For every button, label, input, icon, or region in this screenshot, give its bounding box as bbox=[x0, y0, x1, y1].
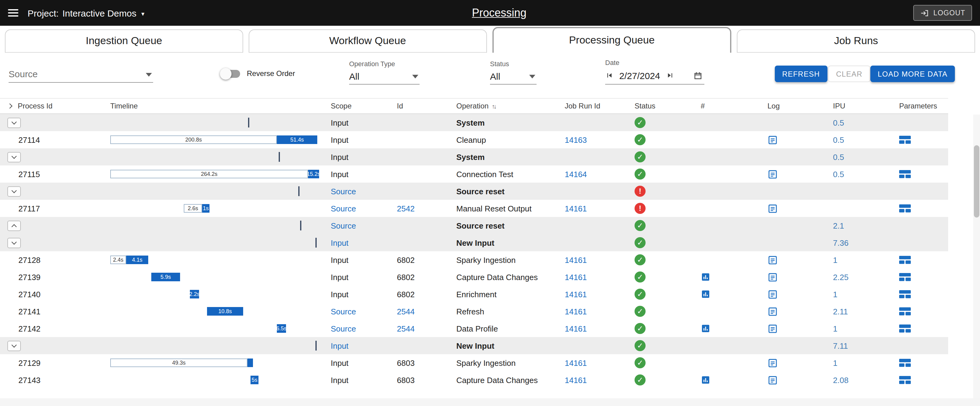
chart-icon[interactable] bbox=[701, 323, 711, 333]
job-run-id-link[interactable]: 14161 bbox=[565, 375, 587, 385]
parameters-icon[interactable] bbox=[899, 290, 911, 298]
parameters-cell bbox=[889, 354, 948, 371]
clear-button[interactable]: CLEAR bbox=[828, 65, 870, 82]
column-header-parameters[interactable]: Parameters bbox=[889, 102, 948, 110]
process-id: 27114 bbox=[18, 135, 40, 144]
process-id: 27143 bbox=[18, 375, 40, 385]
parameters-icon[interactable] bbox=[899, 170, 911, 178]
hash-cell bbox=[691, 183, 758, 200]
id-value[interactable]: 2544 bbox=[397, 307, 415, 316]
log-icon[interactable] bbox=[767, 358, 778, 368]
tab-processing-queue[interactable]: Processing Queue bbox=[492, 27, 732, 53]
log-icon[interactable] bbox=[767, 169, 778, 179]
ipu-value: 2.08 bbox=[833, 375, 849, 385]
calendar-button[interactable] bbox=[694, 71, 703, 80]
log-cell bbox=[758, 371, 823, 388]
chart-icon[interactable] bbox=[701, 272, 711, 282]
operation-cell: Sparky Ingestion bbox=[447, 251, 555, 268]
menu-icon[interactable] bbox=[8, 9, 18, 16]
scope-value[interactable]: Source bbox=[331, 221, 356, 230]
skip-previous-icon bbox=[605, 71, 614, 80]
parameters-icon[interactable] bbox=[899, 307, 911, 315]
chart-icon[interactable] bbox=[701, 375, 711, 385]
job-run-id-link[interactable]: 14161 bbox=[565, 307, 587, 316]
column-header-scope[interactable]: Scope bbox=[321, 102, 387, 110]
scope-value[interactable]: Source bbox=[331, 324, 356, 333]
job-run-id-link[interactable]: 14161 bbox=[565, 290, 587, 299]
refresh-button[interactable]: REFRESH bbox=[775, 65, 827, 82]
job-run-id-link[interactable]: 14164 bbox=[565, 169, 587, 178]
job-run-id-link[interactable]: 14161 bbox=[565, 272, 587, 282]
column-header-log[interactable]: Log bbox=[758, 102, 823, 110]
sort-icon[interactable]: ↑↓ bbox=[492, 103, 495, 109]
logout-button[interactable]: LOGOUT bbox=[913, 5, 972, 21]
vertical-scrollbar-thumb[interactable] bbox=[974, 145, 979, 218]
tab-ingestion-queue[interactable]: Ingestion Queue bbox=[5, 29, 243, 53]
parameters-icon[interactable] bbox=[899, 135, 911, 144]
log-icon[interactable] bbox=[767, 135, 778, 145]
job-run-id-link[interactable]: 14161 bbox=[565, 358, 587, 368]
prev-day-button[interactable] bbox=[605, 71, 614, 80]
column-header-operation[interactable]: Operation ↑↓ bbox=[447, 102, 555, 110]
column-label: # bbox=[701, 102, 705, 110]
parameters-icon[interactable] bbox=[899, 324, 911, 333]
status-select[interactable]: Status All bbox=[490, 60, 536, 84]
id-cell bbox=[387, 166, 447, 183]
log-icon[interactable] bbox=[767, 375, 778, 385]
log-icon[interactable] bbox=[767, 306, 778, 317]
expand-row-button[interactable] bbox=[7, 186, 21, 196]
job-run-id-link[interactable]: 14161 bbox=[565, 204, 587, 213]
parameters-icon[interactable] bbox=[899, 376, 911, 384]
column-header-hash[interactable]: # bbox=[691, 102, 758, 110]
operation-value: Capture Data Changes bbox=[456, 272, 538, 282]
parameters-icon[interactable] bbox=[899, 358, 911, 367]
dropdown-arrow-icon bbox=[146, 73, 152, 76]
scope-value[interactable]: Source bbox=[331, 204, 356, 213]
scope-cell: Input bbox=[321, 337, 387, 354]
job-run-id-link[interactable]: 14161 bbox=[565, 324, 587, 333]
reverse-order-toggle[interactable]: Reverse Order bbox=[222, 69, 295, 78]
process-id-cell: 27140 bbox=[0, 286, 102, 303]
parameters-icon[interactable] bbox=[899, 273, 911, 281]
toggle-switch[interactable] bbox=[222, 70, 240, 78]
next-day-button[interactable] bbox=[665, 71, 674, 80]
chart-icon[interactable] bbox=[701, 289, 711, 299]
job-run-id-link[interactable]: 14163 bbox=[565, 135, 587, 144]
expand-row-button[interactable] bbox=[7, 237, 21, 248]
process-id-cell: 27117 bbox=[0, 200, 102, 217]
scope-value[interactable]: Input bbox=[331, 341, 348, 350]
expand-row-button[interactable] bbox=[7, 152, 21, 162]
column-header-status[interactable]: Status bbox=[625, 102, 691, 110]
load-more-data-button[interactable]: LOAD MORE DATA bbox=[870, 65, 955, 82]
process-id-cell bbox=[0, 114, 102, 131]
hash-cell bbox=[691, 200, 758, 217]
id-cell bbox=[387, 114, 447, 131]
ipu-cell: 2.11 bbox=[823, 303, 889, 320]
expand-row-button[interactable] bbox=[7, 117, 21, 128]
column-header-id[interactable]: Id bbox=[387, 102, 447, 110]
scope-value[interactable]: Input bbox=[331, 238, 348, 247]
tab-workflow-queue[interactable]: Workflow Queue bbox=[249, 29, 487, 53]
log-icon[interactable] bbox=[767, 272, 778, 282]
project-selector[interactable]: Project: Interactive Demos ▾ bbox=[27, 8, 145, 18]
column-header-ipu[interactable]: IPU bbox=[823, 102, 889, 110]
log-icon[interactable] bbox=[767, 323, 778, 334]
operation-type-select[interactable]: Operation Type All bbox=[349, 60, 420, 84]
parameters-icon[interactable] bbox=[899, 204, 911, 213]
parameters-icon[interactable] bbox=[899, 256, 911, 264]
column-header-job-run-id[interactable]: Job Run Id bbox=[555, 102, 625, 110]
job-run-id-link[interactable]: 14161 bbox=[565, 255, 587, 264]
source-select[interactable]: Source bbox=[9, 67, 153, 83]
scope-value[interactable]: Source bbox=[331, 307, 356, 316]
expand-row-button[interactable] bbox=[7, 220, 21, 231]
tab-job-runs[interactable]: Job Runs bbox=[737, 29, 975, 53]
id-value[interactable]: 2542 bbox=[397, 204, 415, 213]
column-header-process-id[interactable]: Process Id bbox=[0, 102, 102, 110]
log-icon[interactable] bbox=[767, 289, 778, 299]
column-header-timeline[interactable]: Timeline bbox=[102, 102, 321, 110]
log-icon[interactable] bbox=[767, 203, 778, 213]
scope-value[interactable]: Source bbox=[331, 186, 356, 196]
log-icon[interactable] bbox=[767, 255, 778, 265]
expand-row-button[interactable] bbox=[7, 341, 21, 351]
id-value[interactable]: 2544 bbox=[397, 324, 415, 333]
